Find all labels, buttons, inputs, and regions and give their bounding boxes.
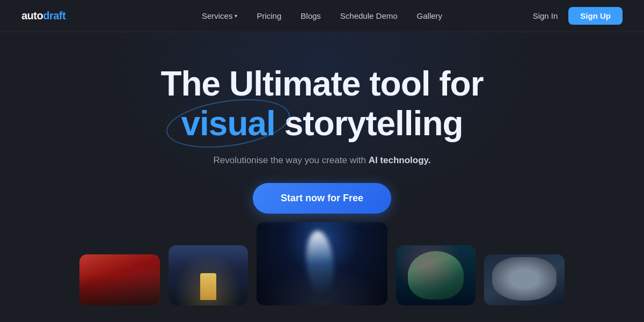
gallery-image-2 bbox=[169, 245, 248, 305]
nav-item-gallery[interactable]: Gallery bbox=[417, 11, 443, 21]
sign-up-button[interactable]: Sign Up bbox=[568, 7, 623, 25]
hero-section: The Ultimate tool for visual storytellin… bbox=[0, 32, 644, 214]
nav-item-services[interactable]: Services ▾ bbox=[202, 11, 238, 20]
main-content: The Ultimate tool for visual storytellin… bbox=[0, 32, 644, 322]
hero-subtitle: Revolutionise the way you create with AI… bbox=[213, 155, 430, 166]
visual-word: visual bbox=[181, 104, 275, 144]
services-label: Services bbox=[202, 11, 233, 20]
gallery-image-4 bbox=[396, 245, 475, 305]
subtitle-highlight: AI technology. bbox=[369, 155, 431, 165]
schedule-demo-link[interactable]: Schedule Demo bbox=[340, 11, 398, 20]
navbar: autodraft Services ▾ Pricing Blogs Sched… bbox=[0, 0, 644, 32]
sign-in-button[interactable]: Sign In bbox=[533, 11, 558, 20]
gallery-image-1 bbox=[79, 254, 160, 305]
gallery-image-5-inner bbox=[484, 254, 565, 305]
gallery-image-2-inner bbox=[169, 245, 248, 305]
cta-button[interactable]: Start now for Free bbox=[253, 183, 391, 214]
chevron-down-icon: ▾ bbox=[235, 13, 237, 19]
hero-title-line1: The Ultimate tool for bbox=[160, 64, 483, 104]
storytelling-text: storytelling bbox=[275, 104, 463, 143]
gallery-image-5 bbox=[484, 254, 565, 305]
gallery-image-4-inner bbox=[396, 245, 475, 305]
logo-auto: auto bbox=[21, 10, 43, 22]
services-link[interactable]: Services ▾ bbox=[202, 11, 238, 20]
nav-item-pricing[interactable]: Pricing bbox=[257, 11, 281, 21]
gallery-strip bbox=[0, 233, 644, 305]
gallery-image-1-inner bbox=[79, 254, 160, 305]
subtitle-before: Revolutionise the way you create with bbox=[213, 155, 368, 165]
gallery-image-3-inner bbox=[257, 222, 387, 305]
hero-title-line2: visual storytelling bbox=[181, 104, 463, 144]
logo-draft: draft bbox=[43, 10, 65, 22]
gallery-image-3 bbox=[257, 222, 387, 305]
logo[interactable]: autodraft bbox=[21, 10, 65, 22]
nav-actions: Sign In Sign Up bbox=[533, 7, 623, 25]
gallery-link[interactable]: Gallery bbox=[417, 11, 443, 20]
nav-item-blogs[interactable]: Blogs bbox=[301, 11, 321, 21]
blogs-link[interactable]: Blogs bbox=[301, 11, 321, 20]
pricing-link[interactable]: Pricing bbox=[257, 11, 281, 20]
nav-links: Services ▾ Pricing Blogs Schedule Demo G… bbox=[202, 11, 442, 21]
nav-item-schedule-demo[interactable]: Schedule Demo bbox=[340, 11, 398, 21]
